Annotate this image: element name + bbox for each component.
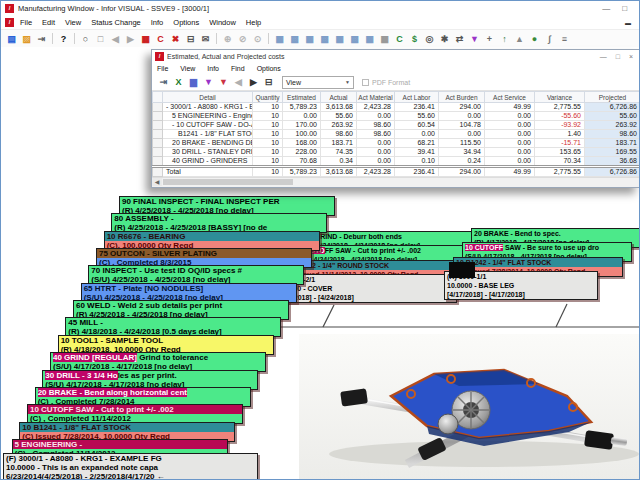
properties-icon[interactable]: ≡ (557, 32, 572, 46)
note-icon[interactable]: ⊙ (250, 32, 265, 46)
search-icon[interactable]: ○ (78, 32, 93, 46)
column-header-act-labor[interactable]: Act Labor (395, 92, 439, 103)
previous-icon[interactable]: ◀ (231, 75, 246, 89)
value-cell: 294.00 (439, 103, 485, 112)
dialog-menu-view[interactable]: View (180, 65, 195, 72)
copy-document-icon[interactable]: □ (93, 32, 108, 46)
pin-icon[interactable]: ▲ (512, 32, 527, 46)
dialog-maximize-button[interactable]: □ (616, 53, 620, 60)
row-selector[interactable] (153, 130, 163, 139)
dialog-title-bar: / Estimated, Actual and Projected costs … (152, 50, 639, 63)
resource-grid-icon[interactable]: ▩ (287, 32, 302, 46)
table-row[interactable]: 20 BRAKE - BENDING DEP10168.00183.710.00… (153, 139, 640, 148)
engineering-icon[interactable]: ✱ (437, 32, 452, 46)
document-search-icon[interactable]: ◎ (422, 32, 437, 46)
row-selector[interactable] (153, 167, 163, 177)
costs-table: DetailQuantityEstimatedActualAct Materia… (152, 91, 640, 177)
dialog-menu-file[interactable]: File (157, 65, 168, 72)
delete-icon[interactable]: ▦ (138, 32, 153, 46)
vendor-grid-icon[interactable]: ▩ (347, 32, 362, 46)
up-arrow-icon[interactable]: ↑ (497, 32, 512, 46)
column-header-actual[interactable]: Actual (321, 92, 357, 103)
table-icon[interactable]: ▦ (377, 32, 392, 46)
work-order-card[interactable]: (F) 3000/1 - A8080 - KRG1 - EXAMPLE FG10… (3, 453, 258, 480)
column-header-estimated[interactable]: Estimated (283, 92, 321, 103)
refresh-icon[interactable]: C (153, 32, 168, 46)
view-dropdown[interactable]: View ▼ (282, 76, 354, 89)
menu-window[interactable]: Window (209, 18, 236, 27)
value-cell: 236.41 (395, 103, 439, 112)
chart-icon[interactable]: ▆ (186, 75, 201, 89)
menu-edit[interactable]: Edit (42, 18, 55, 27)
row-selector[interactable] (153, 112, 163, 121)
labor-grid-icon[interactable]: ▦ (332, 32, 347, 46)
currency-icon[interactable]: $ (407, 32, 422, 46)
table-row[interactable]: - 3000/1 - A8080 - KRG1 - E105,789.233,6… (153, 103, 640, 112)
transfer-icon[interactable]: ⇄ (452, 32, 467, 46)
close-document-icon[interactable]: ✖ (168, 32, 183, 46)
column-header-act-material[interactable]: Act Material (357, 92, 395, 103)
filter-icon[interactable]: ▼ (467, 32, 482, 46)
menu-status-change[interactable]: Status Change (91, 18, 141, 27)
copy-link-icon[interactable]: ⊘ (235, 32, 250, 46)
clear-filter-icon[interactable]: ▼ (216, 75, 231, 89)
orders-grid-icon[interactable]: ▦ (362, 32, 377, 46)
attachment-icon[interactable]: ∫ (542, 32, 557, 46)
menu-file[interactable]: File (20, 18, 32, 27)
menu-help[interactable]: Help (246, 18, 261, 27)
pdf-format-checkbox[interactable]: PDF Format (362, 79, 410, 86)
table-row[interactable]: 5 ENGINEERING - Engineer100.0055.600.005… (153, 112, 640, 121)
costs-icon[interactable]: C (392, 32, 407, 46)
table-row[interactable]: - 10 CUTOFF SAW - DO-AL10170.00263.9298.… (153, 121, 640, 130)
scroll-left-icon[interactable]: ◀ (152, 178, 162, 186)
row-selector[interactable] (153, 157, 163, 167)
column-header-detail[interactable]: Detail (163, 92, 253, 103)
scrollbar-thumb[interactable] (163, 179, 293, 185)
tools-icon[interactable]: + (482, 32, 497, 46)
help-icon[interactable]: ? (56, 32, 71, 46)
total-row[interactable]: Total105,789.233,613.682,423.28236.41294… (153, 167, 640, 177)
print-icon[interactable]: ⊟ (183, 32, 198, 46)
menu-info[interactable]: Info (151, 18, 164, 27)
table-row[interactable]: B1241 - 1/8" FLAT STOCK10100.0098.6098.6… (153, 130, 640, 139)
filter-icon[interactable]: ▼ (201, 75, 216, 89)
menu-view[interactable]: View (65, 18, 81, 27)
exit-icon[interactable]: ⇥ (156, 75, 171, 89)
table-row[interactable]: 30 DRILL - STANLEY DRILL10228.0074.350.0… (153, 148, 640, 157)
next-icon[interactable]: ▶ (246, 75, 261, 89)
mail-icon[interactable]: ✉ (198, 32, 213, 46)
dialog-close-button[interactable]: × (629, 53, 633, 60)
minimize-button[interactable]: — (602, 4, 610, 13)
mdi-restore-icon[interactable]: ▬ (625, 20, 631, 26)
horizontal-scrollbar[interactable]: ◀ (152, 177, 639, 187)
column-header-act-service[interactable]: Act Service (485, 92, 535, 103)
row-selector[interactable] (153, 148, 163, 157)
column-header-variance[interactable]: Variance (535, 92, 585, 103)
next-icon[interactable]: ▶ (123, 32, 138, 46)
new-document-icon[interactable]: ▤ (4, 32, 19, 46)
row-selector[interactable] (153, 139, 163, 148)
globe-icon[interactable]: ● (527, 32, 542, 46)
excel-export-icon[interactable]: X (171, 75, 186, 89)
scheduling-grid-icon[interactable]: ▦ (272, 32, 287, 46)
previous-icon[interactable]: ◀ (108, 32, 123, 46)
print-icon[interactable]: ⊟ (261, 75, 276, 89)
dialog-menu-options[interactable]: Options (257, 65, 281, 72)
material-grid-icon[interactable]: ▦ (302, 32, 317, 46)
dialog-minimize-button[interactable]: — (600, 53, 607, 60)
dialog-menu-find[interactable]: Find (231, 65, 245, 72)
column-header-quantity[interactable]: Quantity (253, 92, 283, 103)
maximize-button[interactable]: □ (622, 4, 627, 13)
table-row[interactable]: 40 GRIND - GRINDERS1070.680.340.000.100.… (153, 157, 640, 167)
menu-options[interactable]: Options (173, 18, 199, 27)
value-cell: -55.60 (535, 112, 585, 121)
open-folder-icon[interactable]: ▨ (19, 32, 34, 46)
column-header-act-burden[interactable]: Act Burden (439, 92, 485, 103)
link-icon[interactable]: ⊕ (220, 32, 235, 46)
row-selector[interactable] (153, 103, 163, 112)
row-selector[interactable] (153, 121, 163, 130)
operations-grid-icon[interactable]: ▩ (317, 32, 332, 46)
dialog-menu-info[interactable]: Info (207, 65, 219, 72)
column-header-projected[interactable]: Projected (585, 92, 640, 103)
exit-icon[interactable]: ⇥ (34, 32, 49, 46)
